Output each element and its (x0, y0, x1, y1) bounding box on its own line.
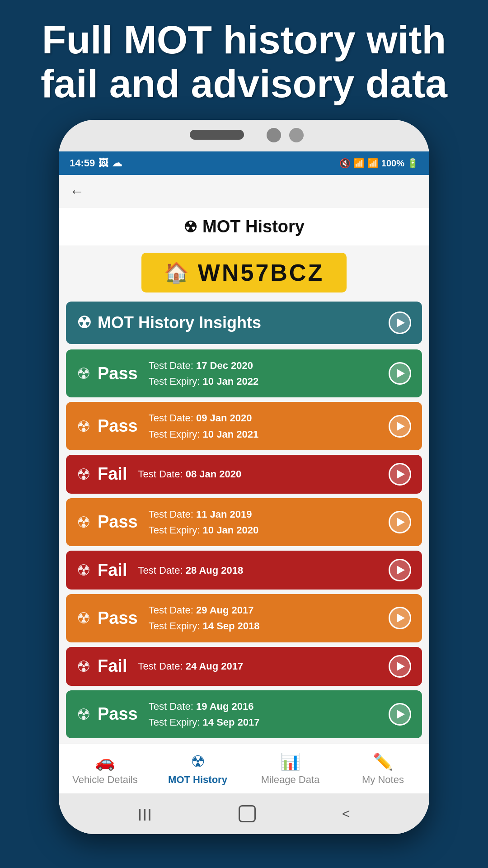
reg-plate-inner: 🏠 WN57BCZ (141, 253, 347, 292)
play-triangle-icon (397, 470, 405, 479)
gesture-lines-icon: ||| (138, 807, 153, 821)
mot-radiation-icon: ☢ (77, 609, 90, 627)
mot-dates: Test Date: 19 Aug 2016 Test Expiry: 14 S… (149, 698, 260, 730)
status-battery: 100% (381, 158, 404, 169)
insights-play-triangle (397, 318, 405, 327)
status-bar: 14:59 🖼 ☁ 🔇 📶 📶 100% 🔋 (59, 151, 429, 175)
mot-result-text: Pass (98, 609, 138, 628)
mot-result-text: Pass (98, 364, 138, 383)
mot-play-button[interactable] (389, 511, 411, 533)
status-time: 14:59 (70, 157, 95, 169)
mot-dates: Test Date: 29 Aug 2017 Test Expiry: 14 S… (149, 602, 260, 634)
insights-icon: ☢ (77, 313, 91, 332)
mot-result-card[interactable]: ☢PassTest Date: 11 Jan 2019 Test Expiry:… (66, 498, 422, 546)
mot-card-left: ☢PassTest Date: 17 Dec 2020 Test Expiry:… (77, 358, 258, 389)
play-triangle-icon (397, 369, 405, 378)
pencil-icon: ✏️ (373, 752, 393, 771)
mot-radiation-icon: ☢ (77, 465, 90, 483)
insights-left: ☢ MOT History Insights (77, 313, 261, 332)
mot-result-text: Pass (98, 704, 138, 724)
status-cloud-icon: ☁ (112, 157, 122, 169)
mot-play-button[interactable] (389, 607, 411, 629)
status-mute-icon: 🔇 (339, 158, 351, 169)
mot-card-left: ☢FailTest Date: 24 Aug 2017 (77, 656, 243, 676)
mot-radiation-icon: ☢ (77, 657, 90, 675)
mot-cards-list: ☢PassTest Date: 17 Dec 2020 Test Expiry:… (66, 349, 422, 738)
mot-card-left: ☢FailTest Date: 28 Aug 2018 (77, 561, 243, 580)
nav-mileage-label: Mileage Data (261, 774, 320, 786)
mot-card-left: ☢PassTest Date: 29 Aug 2017 Test Expiry:… (77, 602, 260, 634)
status-left: 14:59 🖼 ☁ (70, 157, 122, 169)
insights-label: MOT History Insights (98, 313, 261, 332)
insights-play-btn[interactable] (389, 311, 411, 334)
play-triangle-icon (397, 710, 405, 719)
back-bar: ← (59, 175, 429, 208)
nav-my-notes[interactable]: ✏️ My Notes (337, 748, 429, 790)
mot-result-text: Pass (98, 416, 138, 436)
mot-history-icon: ☢ (191, 752, 205, 771)
play-triangle-icon (397, 613, 405, 623)
page-header: Full MOT history with fail and advisory … (0, 0, 488, 119)
mot-result-text: Fail (98, 464, 127, 484)
mot-dates: Test Date: 08 Jan 2020 (138, 466, 241, 482)
play-triangle-icon (397, 566, 405, 575)
mot-play-button[interactable] (389, 655, 411, 678)
status-wifi-icon: 📶 (353, 158, 365, 169)
mot-play-button[interactable] (389, 415, 411, 438)
chart-icon: 📊 (280, 752, 300, 771)
mot-play-button[interactable] (389, 362, 411, 385)
status-battery-icon: 🔋 (407, 158, 418, 169)
mot-radiation-icon: ☢ (77, 417, 90, 435)
mot-dates: Test Date: 09 Jan 2020 Test Expiry: 10 J… (149, 410, 258, 442)
header-text: Full MOT history with fail and advisory … (27, 18, 461, 106)
car-icon: 🚗 (95, 752, 115, 771)
mot-result-card[interactable]: ☢PassTest Date: 17 Dec 2020 Test Expiry:… (66, 349, 422, 397)
mot-result-text: Fail (98, 656, 127, 676)
mot-result-card[interactable]: ☢PassTest Date: 29 Aug 2017 Test Expiry:… (66, 594, 422, 642)
phone-camera-secondary (289, 128, 304, 142)
mot-radiation-icon: ☢ (77, 364, 90, 382)
mot-card-left: ☢PassTest Date: 11 Jan 2019 Test Expiry:… (77, 506, 258, 538)
mot-result-card[interactable]: ☢FailTest Date: 24 Aug 2017 (66, 647, 422, 686)
phone-top-bezel (59, 120, 429, 151)
mot-card-left: ☢FailTest Date: 08 Jan 2020 (77, 464, 241, 484)
bottom-nav: 🚗 Vehicle Details ☢ MOT History 📊 Mileag… (59, 744, 429, 793)
insights-card[interactable]: ☢ MOT History Insights (66, 302, 422, 344)
status-photo-icon: 🖼 (99, 157, 108, 169)
gesture-back-icon: < (342, 806, 350, 821)
mot-card-left: ☢PassTest Date: 09 Jan 2020 Test Expiry:… (77, 410, 258, 442)
mot-dates: Test Date: 11 Jan 2019 Test Expiry: 10 J… (149, 506, 258, 538)
play-triangle-icon (397, 422, 405, 431)
mot-play-button[interactable] (389, 703, 411, 726)
mot-radiation-icon: ☢ (77, 513, 90, 531)
page-background: Full MOT history with fail and advisory … (0, 0, 488, 868)
mot-radiation-icon: ☢ (77, 705, 90, 723)
phone-bottom-bar: ||| < (59, 793, 429, 834)
phone-screen: ← ☢ MOT History 🏠 WN57BCZ ☢ (59, 175, 429, 793)
scroll-content[interactable]: ☢ MOT History Insights ☢PassTest Date: 1… (59, 302, 429, 793)
mot-result-text: Fail (98, 561, 127, 580)
nav-mot-history[interactable]: ☢ MOT History (151, 748, 244, 790)
app-title-bar: ☢ MOT History (59, 208, 429, 245)
app-title-text: MOT History (202, 217, 305, 236)
mot-result-card[interactable]: ☢FailTest Date: 28 Aug 2018 (66, 551, 422, 590)
status-right: 🔇 📶 📶 100% 🔋 (339, 158, 418, 169)
mot-result-text: Pass (98, 512, 138, 532)
status-signal-icon: 📶 (367, 158, 379, 169)
mot-card-left: ☢PassTest Date: 19 Aug 2016 Test Expiry:… (77, 698, 260, 730)
mot-dates: Test Date: 24 Aug 2017 (138, 658, 243, 674)
nav-notes-label: My Notes (362, 774, 404, 786)
nav-vehicle-details[interactable]: 🚗 Vehicle Details (59, 748, 151, 790)
nav-mileage-data[interactable]: 📊 Mileage Data (244, 748, 337, 790)
back-button[interactable]: ← (70, 183, 84, 200)
mot-play-button[interactable] (389, 463, 411, 486)
phone-frame: 14:59 🖼 ☁ 🔇 📶 📶 100% 🔋 ← ☢ MOT History (59, 120, 429, 834)
phone-camera-main (267, 128, 281, 142)
mot-play-button[interactable] (389, 559, 411, 581)
phone-speaker (190, 130, 244, 140)
mot-result-card[interactable]: ☢PassTest Date: 19 Aug 2016 Test Expiry:… (66, 690, 422, 738)
play-triangle-icon (397, 662, 405, 671)
mot-result-card[interactable]: ☢PassTest Date: 09 Jan 2020 Test Expiry:… (66, 402, 422, 450)
mot-result-card[interactable]: ☢FailTest Date: 08 Jan 2020 (66, 455, 422, 494)
mot-dates: Test Date: 17 Dec 2020 Test Expiry: 10 J… (149, 358, 258, 389)
